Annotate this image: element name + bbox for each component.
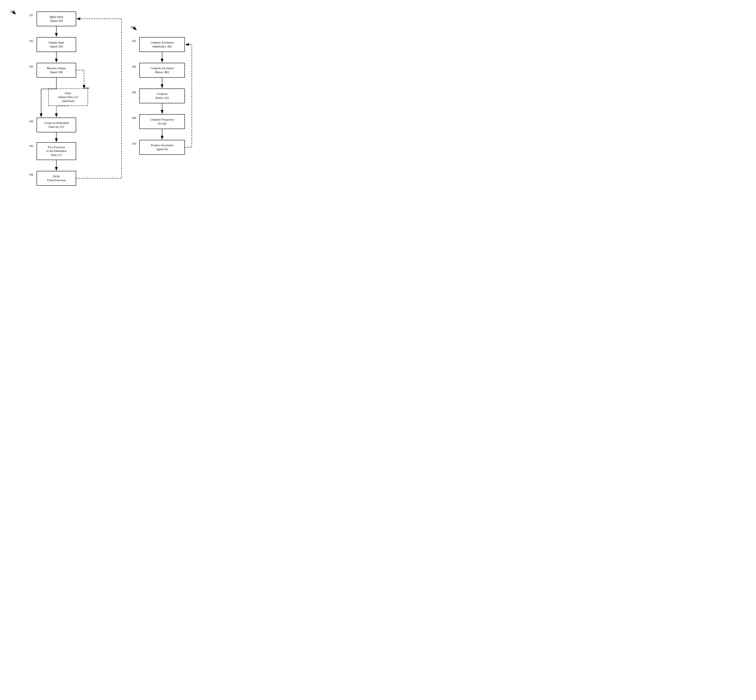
box-compute-frequency-set: Compute FrequencySet, f(j) bbox=[139, 114, 185, 129]
box-produce-excitation-signal-set: Produce ExcitationSignal Set bbox=[139, 140, 185, 155]
box-apply-input-signal: Apply InputSignal 204 bbox=[37, 11, 76, 26]
step-label-104: 104 bbox=[29, 120, 33, 123]
diagram-container: 100 300 Apply InputSignal 204 101 Sample… bbox=[6, 6, 211, 195]
box-measure-output-signal: Measure OutputSignal 206 bbox=[37, 63, 76, 78]
box-fit-function-embedded-data: Fit a Functionto the EmbeddedData 213 bbox=[37, 142, 76, 160]
main-diagram-label: 100 bbox=[10, 10, 15, 13]
step-label-103a: 103a bbox=[84, 86, 89, 90]
step-label-103: 103 bbox=[29, 65, 33, 68]
step-label-308: 308 bbox=[132, 117, 136, 120]
step-label-101: 101 bbox=[29, 14, 33, 17]
step-label-310: 310 bbox=[132, 142, 136, 145]
box-compute-excitation-biases: Compute ExcitationBiases, B(i) bbox=[139, 63, 185, 78]
step-label-306: 306 bbox=[132, 91, 136, 94]
box-sample-input-signal: Sample InputSignal 204 bbox=[37, 37, 76, 52]
box-verify-fitted-function: VerifyFitted Function bbox=[37, 171, 76, 186]
right-diagram-label: 300 bbox=[130, 26, 135, 29]
step-label-106: 106 bbox=[29, 173, 33, 177]
step-label-102: 102 bbox=[29, 39, 33, 43]
box-create-embedded-dataset: Create an EmbeddedData Set 213 bbox=[37, 117, 76, 132]
box-compute-ratios: ComputeRatios, r(i) bbox=[139, 89, 185, 103]
step-label-302: 302 bbox=[132, 39, 136, 43]
box-compute-excitation-amplitudes: Compute ExcitationAmplitudes, A(i) bbox=[139, 37, 185, 52]
step-label-304: 304 bbox=[132, 65, 136, 68]
step-label-105: 105 bbox=[29, 145, 33, 148]
box-filter-output-data: FilterOutput Data 212(Optional) bbox=[49, 89, 88, 106]
